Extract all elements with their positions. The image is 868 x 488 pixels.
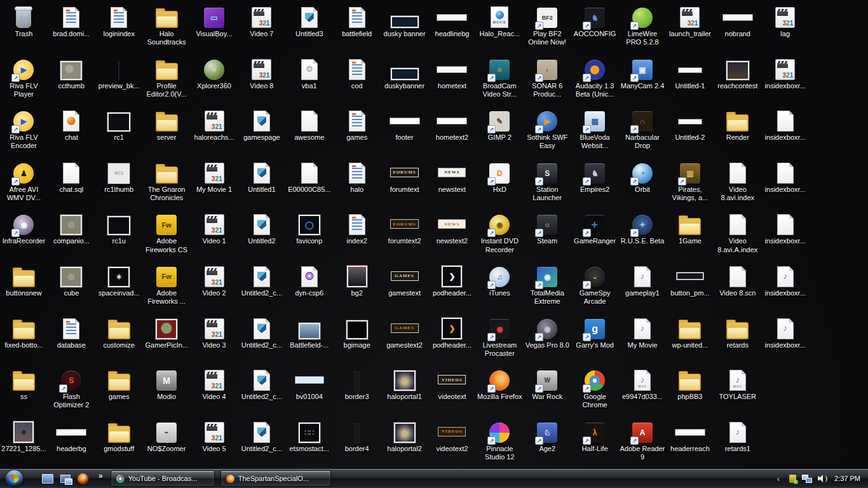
- desktop-icon-headerbg[interactable]: headerbg: [48, 419, 95, 471]
- tray-expand-chevron[interactable]: ‹: [777, 474, 780, 484]
- clock[interactable]: 2:37 PM: [834, 475, 860, 482]
- desktop-icon-sothink-swf-easy[interactable]: ▶↗Sothink SWF Easy: [524, 107, 571, 159]
- desktop-icon-awesome[interactable]: awesome: [285, 107, 333, 159]
- desktop-icon-nobrand[interactable]: nobrand: [714, 4, 761, 56]
- desktop-icon-video-4[interactable]: 321Video 4: [191, 367, 238, 419]
- desktop-icon-server[interactable]: server: [143, 107, 191, 159]
- switch-windows-icon[interactable]: [60, 475, 71, 483]
- desktop-icon-gamestext2[interactable]: GAMESgamestext2: [381, 315, 428, 367]
- desktop-icon-instant-dvd-recorder[interactable]: ◉↗Instant DVD Recorder: [476, 211, 524, 263]
- desktop-icon-podheader[interactable]: ❯podheader...: [428, 263, 476, 315]
- desktop-icon-retards[interactable]: retards: [714, 315, 761, 367]
- desktop-icon-visualboy[interactable]: ▭VisualBoy...: [191, 4, 238, 56]
- desktop-icon-my-movie[interactable]: ♪My Movie: [619, 315, 667, 367]
- desktop-icon-untitled3[interactable]: Untitled3: [285, 4, 333, 56]
- desktop-icon-ss[interactable]: ss: [0, 367, 48, 419]
- desktop-icon-modio[interactable]: MModio: [143, 367, 191, 419]
- desktop-icon-mozilla-firefox[interactable]: ↗Mozilla Firefox: [476, 367, 524, 419]
- desktop-icon-loginindex[interactable]: loginindex: [95, 4, 143, 56]
- desktop-icon-e00000c85[interactable]: E00000C85...: [285, 159, 333, 212]
- desktop-icon-video-3[interactable]: 321Video 3: [191, 315, 238, 367]
- desktop-icon-button-pm[interactable]: button_pm...: [666, 263, 714, 315]
- desktop-icon-no-zoomer[interactable]: ▪▪NO$Zoomer: [143, 419, 191, 471]
- desktop-icon-my-movie-1[interactable]: 321My Movie 1: [191, 159, 238, 212]
- desktop-icon-half-life[interactable]: λ↗Half-Life: [571, 419, 619, 471]
- desktop-icon-adobe-fireworks[interactable]: FwAdobe Fireworks ...: [143, 263, 191, 315]
- desktop-icon-gameranger[interactable]: ✛↗GameRanger: [571, 211, 619, 263]
- desktop-icon-video-2[interactable]: 321Video 2: [191, 263, 238, 315]
- desktop-icon-gamespy-arcade[interactable]: ◒↗GameSpy Arcade: [571, 263, 619, 315]
- desktop-icon-google-chrome[interactable]: ↗Google Chrome: [571, 367, 619, 419]
- desktop-icon-preview-bk[interactable]: preview_bk...: [95, 56, 143, 108]
- desktop-icon-gameplay1[interactable]: ♪gameplay1: [619, 263, 667, 315]
- desktop-icon-riva-flv-player[interactable]: ▶↗Riva FLV Player: [0, 56, 48, 108]
- desktop-icon-audacity-1-3-beta-unic[interactable]: ↗Audacity 1.3 Beta (Unic...: [571, 56, 619, 108]
- desktop-icon-xplorer360[interactable]: ✕Xplorer360: [191, 56, 238, 108]
- desktop-icon-newstext[interactable]: NEWSnewstext: [428, 159, 476, 212]
- desktop-icon-pinnacle-studio-12[interactable]: ↗Pinnacle Studio 12: [476, 419, 524, 471]
- desktop-icon-headlinebg[interactable]: headlinebg: [428, 4, 476, 56]
- desktop-icon-render[interactable]: Render: [714, 107, 761, 159]
- desktop-icon-cod[interactable]: cod: [333, 56, 381, 108]
- desktop-icon-newstext2[interactable]: NEWSnewstext2: [428, 211, 476, 263]
- desktop-icon-untitled-2[interactable]: Untitled-2: [666, 107, 714, 159]
- desktop-icon-retards1[interactable]: ♪retards1: [714, 419, 761, 471]
- desktop-icon-play-bf2-online-now[interactable]: BF2↗Play BF2 Online Now!: [524, 4, 571, 56]
- desktop-icon-the-gnaron-chronicles[interactable]: The Gnaron Chronicles: [143, 159, 191, 212]
- desktop-icon-buttonsnew[interactable]: buttonsnew: [0, 263, 48, 315]
- desktop-icon-database[interactable]: database: [48, 315, 95, 367]
- desktop-icon-duskybanner[interactable]: duskybanner: [381, 56, 428, 108]
- desktop-icon-forumtext[interactable]: FORUMSforumtext: [381, 159, 428, 212]
- desktop-icon-forumtext2[interactable]: FORUMSforumtext2: [381, 211, 428, 263]
- desktop-icon-spaceinvad[interactable]: ✶spaceinvad...: [95, 263, 143, 315]
- desktop-icon-videotext[interactable]: VIDEOSvideotext: [428, 367, 476, 419]
- desktop-icon-border3[interactable]: border3: [333, 367, 381, 419]
- desktop-icon-videotext2[interactable]: VIDEOSvideotext2: [428, 419, 476, 471]
- desktop-icon-border4[interactable]: border4: [333, 419, 381, 471]
- start-button[interactable]: [3, 469, 25, 488]
- desktop-icon-rc1[interactable]: rc1: [95, 107, 143, 159]
- quicklaunch-overflow-chevron[interactable]: »: [98, 471, 103, 480]
- desktop-icon-insidexboxr[interactable]: 321insidexboxr...: [761, 56, 809, 108]
- desktop-icon-video-8-avi-a-index[interactable]: Video 8.avi.A.index: [714, 211, 761, 263]
- desktop-icon-halo[interactable]: halo: [333, 159, 381, 212]
- desktop-icon-video-7[interactable]: 321Video 7: [238, 4, 285, 56]
- desktop-icon-insidexboxr[interactable]: insidexboxr...: [761, 107, 809, 159]
- firefox-quicklaunch-icon[interactable]: [78, 473, 88, 484]
- desktop-icon-r-u-s-e-beta[interactable]: ✦↗R.U.S.E. Beta: [619, 211, 667, 263]
- desktop-icon-limewire-pro-5-2-8[interactable]: ↗LimeWire PRO 5.2.8: [619, 4, 667, 56]
- show-desktop-icon[interactable]: [42, 474, 53, 484]
- desktop-icon-pirates-vikings-a[interactable]: ▥↗Pirates, Vikings, a...: [666, 159, 714, 212]
- desktop-icon-companio[interactable]: companio...: [48, 211, 95, 263]
- desktop-icon-bgimage[interactable]: bgimage: [333, 315, 381, 367]
- desktop-icon-bluevoda-websit[interactable]: ▦↗BlueVoda Websit...: [571, 107, 619, 159]
- desktop-icon-chat-sql[interactable]: chat.sql: [48, 159, 95, 212]
- desktop-icon-headerreach[interactable]: headerreach: [666, 419, 714, 471]
- desktop-icon-halo-reac[interactable]: MOVIEHalo_Reac...: [476, 4, 524, 56]
- desktop-icon-games[interactable]: games: [95, 367, 143, 419]
- desktop-icon-insidexboxr[interactable]: insidexboxr...: [761, 211, 809, 263]
- desktop-icon-totalmedia-extreme[interactable]: ◉↗TotalMedia Extreme: [524, 263, 571, 315]
- desktop-icon-podheader[interactable]: ❯podheader...: [428, 315, 476, 367]
- desktop-icon-station-launcher[interactable]: S↗Station Launcher: [524, 159, 571, 212]
- desktop-icon-age2[interactable]: ♘↗Age2: [524, 419, 571, 471]
- desktop-icon-untitled2-c[interactable]: Untitled2_c...: [238, 419, 285, 471]
- desktop-icon-riva-flv-encoder[interactable]: ▶↗Riva FLV Encoder: [0, 107, 48, 159]
- desktop-icon-faviconp[interactable]: ◯faviconp: [285, 211, 333, 263]
- desktop-icon-afree-avi-wmv-dv[interactable]: ♟↗Afree AVI WMV DV...: [0, 159, 48, 212]
- volume-tray-icon[interactable]: [818, 475, 827, 483]
- desktop-icon-haloreachs[interactable]: 321haloreachs...: [191, 107, 238, 159]
- desktop-icon-haloportal1[interactable]: haloportal1: [381, 367, 428, 419]
- desktop-icon-adobe-reader-9[interactable]: A↗Adobe Reader 9: [619, 419, 667, 471]
- desktop-icon-launch-trailer[interactable]: 321launch_trailer: [666, 4, 714, 56]
- desktop-icon-ccthumb[interactable]: ccthumb: [48, 56, 95, 108]
- desktop-icon-insidexboxr[interactable]: insidexboxr...: [761, 159, 809, 212]
- taskbar-window-spartan[interactable]: TheSpartanSpecialO...: [220, 470, 331, 487]
- desktop-icon-vba1[interactable]: ⚙vba1: [285, 56, 333, 108]
- desktop-icon-27221-1285[interactable]: ☻27221_1285...: [0, 419, 48, 471]
- desktop-icon-index2[interactable]: index2: [333, 211, 381, 263]
- desktop-icon-sonar-6-produc[interactable]: ◗↗SONAR 6 Produc...: [524, 56, 571, 108]
- desktop-icon-fixed-botto[interactable]: fixed-botto...: [0, 315, 48, 367]
- desktop-icon-gmodstuff[interactable]: gmodstuff: [95, 419, 143, 471]
- desktop-icon-battlefield[interactable]: Battlefield-...: [285, 315, 333, 367]
